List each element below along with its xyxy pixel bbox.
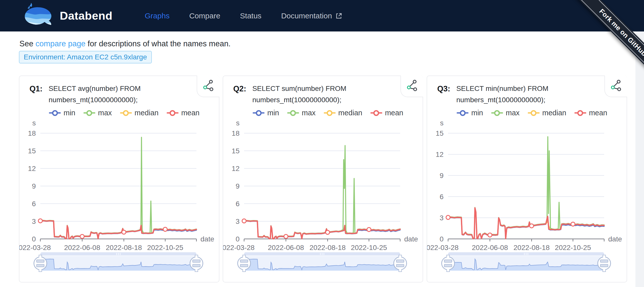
intro-text: See compare page for descriptions of wha… [19,39,230,48]
datazoom-handle-right[interactable] [597,257,611,270]
legend-marker-max [83,112,95,114]
svg-text:2022-10-25: 2022-10-25 [147,244,183,252]
svg-text:2022-03-28: 2022-03-28 [427,244,459,252]
legend-item-mean[interactable]: mean [574,109,607,117]
svg-text:2022-10-25: 2022-10-25 [351,244,387,252]
query-text: SELECT avg(number) FROM numbers_mt(10000… [49,83,150,106]
brand-name: Databend [60,9,112,22]
datazoom-minimap [244,256,400,271]
compare-page-link[interactable]: compare page [36,39,85,48]
line-chart-q1[interactable]: 0369121518s2022-03-282022-06-082022-08-1… [19,119,220,252]
chart-legend: min max median mean [49,109,199,117]
main-nav: Graphs Compare Status Documentation [145,12,342,20]
svg-text:6: 6 [32,200,36,208]
legend-marker-median [120,112,132,114]
top-navbar: Databend Graphs Compare Status Documenta… [0,0,644,31]
svg-text:12: 12 [28,165,36,172]
legend-item-min[interactable]: min [457,109,483,117]
query-id: Q1: [30,83,43,106]
share-corner-tab [400,76,423,97]
svg-text:date: date [404,235,418,243]
svg-text:3: 3 [236,218,240,225]
datazoom-window[interactable] [40,256,196,271]
query-card-q2: Q2: SELECT sum(number) FROM numbers_mt(1… [223,76,423,282]
nav-item-documentation-label: Documentation [281,12,332,20]
svg-text:s: s [236,119,240,127]
environment-badge: Environment: Amazon EC2 c5n.9xlarge [19,51,152,63]
whale-logo-icon [21,3,55,29]
legend-marker-mean [167,112,179,114]
datazoom-slider [40,252,196,271]
svg-text:9: 9 [32,182,36,190]
svg-text:2022-06-08: 2022-06-08 [64,244,100,252]
svg-text:18: 18 [28,129,36,137]
chart-legend: min max median mean [457,109,607,117]
share-button[interactable] [203,80,214,92]
legend-item-max[interactable]: max [491,109,520,117]
svg-text:s: s [440,119,444,127]
svg-text:15: 15 [232,147,240,155]
datazoom-handle-left[interactable] [34,257,47,270]
legend-item-max[interactable]: max [287,109,316,117]
svg-text:9: 9 [236,182,240,190]
datazoom-move-handle[interactable] [40,252,196,256]
svg-text:3: 3 [440,214,444,222]
github-ribbon[interactable]: Fork me on GitHub [564,0,644,91]
datazoom-move-handle[interactable] [448,252,604,256]
legend-item-mean[interactable]: mean [167,109,200,117]
svg-text:2022-03-28: 2022-03-28 [223,244,255,252]
svg-text:6: 6 [236,200,240,208]
svg-text:12: 12 [436,151,444,158]
share-icon [203,80,214,91]
svg-text:2022-06-08: 2022-06-08 [268,244,304,252]
nav-item-graphs[interactable]: Graphs [145,12,169,20]
svg-text:date: date [608,235,622,243]
svg-text:0: 0 [236,235,240,243]
svg-text:2022-08-18: 2022-08-18 [310,244,346,252]
datazoom-handle-left[interactable] [237,257,251,270]
share-button[interactable] [406,80,418,92]
datazoom-minimap [448,256,604,271]
query-header: Q3: SELECT min(number) FROM numbers_mt(1… [437,83,557,106]
legend-item-min[interactable]: min [253,109,279,117]
datazoom-window[interactable] [244,256,400,271]
svg-text:2022-06-08: 2022-06-08 [472,244,508,252]
svg-text:3: 3 [32,218,36,225]
github-ribbon-wrap: Fork me on GitHub [550,0,644,94]
query-header: Q1: SELECT avg(number) FROM numbers_mt(1… [30,83,150,106]
legend-marker-max [287,112,299,114]
svg-text:date: date [200,235,214,243]
legend-item-min[interactable]: min [49,109,75,117]
legend-item-median[interactable]: median [528,109,566,117]
query-card-q3: Q3: SELECT min(number) FROM numbers_mt(1… [427,76,627,282]
svg-text:2022-08-18: 2022-08-18 [106,244,142,252]
line-chart-q2[interactable]: 0369121518s2022-03-282022-06-082022-08-1… [223,119,424,252]
legend-item-max[interactable]: max [83,109,112,117]
nav-item-documentation[interactable]: Documentation [281,12,342,20]
legend-item-mean[interactable]: mean [370,109,403,117]
datazoom-window[interactable] [448,256,604,271]
nav-item-status[interactable]: Status [240,12,261,20]
svg-text:2022-10-25: 2022-10-25 [555,244,591,252]
datazoom-move-handle[interactable] [244,252,400,256]
databend-logo[interactable]: Databend [21,3,112,29]
legend-marker-mean [574,112,586,114]
nav-item-compare[interactable]: Compare [189,12,220,20]
query-header: Q2: SELECT sum(number) FROM numbers_mt(1… [233,83,353,106]
legend-item-median[interactable]: median [324,109,362,117]
datazoom-handle-right[interactable] [190,257,203,270]
legend-marker-max [491,112,503,114]
external-link-icon [335,12,342,19]
legend-item-median[interactable]: median [120,109,159,117]
datazoom-handle-right[interactable] [393,257,407,270]
datazoom-handle-left[interactable] [441,257,455,270]
query-id: Q2: [233,83,246,106]
query-text: SELECT min(number) FROM numbers_mt(10000… [456,83,557,106]
svg-text:9: 9 [440,172,444,180]
query-card-q1: Q1: SELECT avg(number) FROM numbers_mt(1… [19,76,219,282]
svg-text:2022-08-18: 2022-08-18 [514,244,550,252]
datazoom-slider [448,252,604,271]
databend-benchmarks-page: Databend Graphs Compare Status Documenta… [0,0,644,287]
query-text: SELECT sum(number) FROM numbers_mt(10000… [252,83,353,106]
line-chart-q3[interactable]: 03691215s2022-03-282022-06-082022-08-182… [427,119,628,252]
